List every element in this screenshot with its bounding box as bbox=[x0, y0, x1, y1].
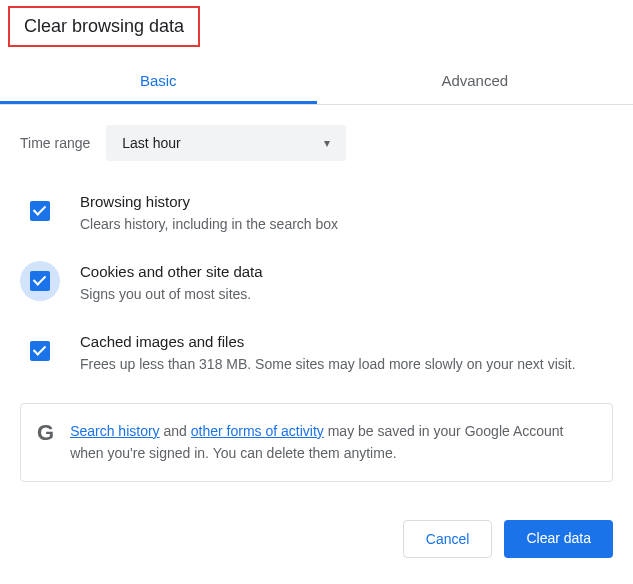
time-range-select[interactable]: Last hour bbox=[106, 125, 346, 161]
google-info-box: G Search history and other forms of acti… bbox=[20, 403, 613, 482]
search-history-link[interactable]: Search history bbox=[70, 423, 159, 439]
tab-basic[interactable]: Basic bbox=[0, 60, 317, 104]
tabs: Basic Advanced bbox=[0, 60, 633, 105]
option-browsing-history: Browsing history Clears history, includi… bbox=[20, 193, 613, 235]
option-cached: Cached images and files Frees up less th… bbox=[20, 333, 613, 375]
option-desc: Clears history, including in the search … bbox=[80, 214, 613, 235]
info-sep: and bbox=[160, 423, 191, 439]
checkbox-cookies[interactable] bbox=[30, 271, 50, 291]
option-text: Browsing history Clears history, includi… bbox=[80, 193, 613, 235]
option-desc: Frees up less than 318 MB. Some sites ma… bbox=[80, 354, 613, 375]
other-activity-link[interactable]: other forms of activity bbox=[191, 423, 324, 439]
option-text: Cached images and files Frees up less th… bbox=[80, 333, 613, 375]
google-logo-icon: G bbox=[37, 420, 54, 446]
option-desc: Signs you out of most sites. bbox=[80, 284, 613, 305]
option-title: Cookies and other site data bbox=[80, 263, 613, 280]
option-cookies: Cookies and other site data Signs you ou… bbox=[20, 263, 613, 305]
time-range-value: Last hour bbox=[122, 135, 180, 151]
info-text: Search history and other forms of activi… bbox=[70, 420, 596, 465]
checkbox-cached[interactable] bbox=[30, 341, 50, 361]
dialog-content: Time range Last hour Browsing history Cl… bbox=[0, 105, 633, 482]
cancel-button[interactable]: Cancel bbox=[403, 520, 493, 558]
dialog-footer: Cancel Clear data bbox=[403, 520, 613, 558]
clear-data-button[interactable]: Clear data bbox=[504, 520, 613, 558]
checkbox-browsing-history-wrap bbox=[20, 191, 60, 231]
checkbox-browsing-history[interactable] bbox=[30, 201, 50, 221]
time-range-label: Time range bbox=[20, 135, 90, 151]
option-title: Browsing history bbox=[80, 193, 613, 210]
tab-advanced[interactable]: Advanced bbox=[317, 60, 634, 104]
dialog-title: Clear browsing data bbox=[8, 6, 200, 47]
checkbox-cached-wrap bbox=[20, 331, 60, 371]
option-text: Cookies and other site data Signs you ou… bbox=[80, 263, 613, 305]
option-title: Cached images and files bbox=[80, 333, 613, 350]
checkbox-cookies-wrap bbox=[20, 261, 60, 301]
time-range-row: Time range Last hour bbox=[20, 125, 613, 161]
